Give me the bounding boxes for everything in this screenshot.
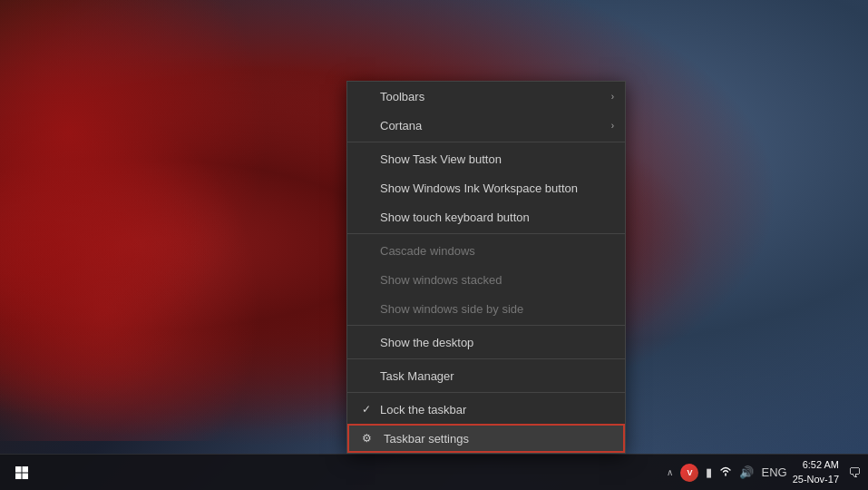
menu-item-task-manager[interactable]: Task Manager [347, 361, 625, 390]
language-indicator[interactable]: ENG [761, 466, 786, 479]
clock-time: 6:52 AM [803, 458, 839, 472]
svg-rect-1 [23, 466, 29, 473]
gear-icon: ⚙ [362, 432, 376, 445]
menu-item-label: Show windows stacked [380, 273, 610, 287]
taskbar-right: ∧ V ▮ 🔊 ENG 6:52 AM 25-Nov-17 🗨 [667, 458, 868, 486]
menu-item-lock-taskbar[interactable]: ✓Lock the taskbar [347, 395, 625, 424]
menu-item-touch-keyboard[interactable]: Show touch keyboard button [347, 202, 625, 231]
volume-icon[interactable]: 🔊 [739, 466, 754, 479]
vivaldi-icon[interactable]: V [680, 464, 698, 482]
menu-item-label: Cortana [380, 119, 610, 132]
menu-item-label: Lock the taskbar [380, 403, 610, 416]
menu-item-label: Show the desktop [380, 336, 610, 349]
menu-item-stacked: Show windows stacked [347, 265, 625, 294]
submenu-arrow-icon: › [611, 121, 614, 131]
action-center-icon[interactable]: 🗨 [848, 466, 861, 480]
svg-rect-0 [15, 466, 22, 473]
menu-item-cascade: Cascade windows [347, 236, 625, 265]
menu-item-label: Task Manager [380, 369, 610, 383]
menu-item-label: Show windows side by side [380, 302, 610, 316]
menu-item-taskbar-settings[interactable]: ⚙Taskbar settings [347, 424, 625, 453]
menu-item-toolbars[interactable]: Toolbars› [347, 82, 625, 111]
context-menu: Toolbars›Cortana›Show Task View buttonSh… [346, 81, 626, 454]
check-icon: ✓ [362, 403, 376, 416]
menu-item-side-by-side: Show windows side by side [347, 294, 625, 323]
wifi-icon [719, 466, 732, 479]
menu-item-cortana[interactable]: Cortana› [347, 111, 625, 140]
menu-item-label: Taskbar settings [384, 432, 610, 446]
menu-item-label: Toolbars [380, 90, 610, 103]
system-tray: ∧ V ▮ 🔊 ENG [667, 464, 786, 482]
submenu-arrow-icon: › [611, 92, 614, 102]
battery-icon: ▮ [706, 466, 712, 479]
taskbar: ∧ V ▮ 🔊 ENG 6:52 AM 25-Nov-17 🗨 [0, 454, 868, 490]
leaf-decoration [0, 0, 347, 441]
menu-separator [347, 392, 625, 393]
clock-date: 25-Nov-17 [793, 473, 839, 486]
menu-separator [347, 142, 625, 142]
menu-item-label: Show Task View button [380, 152, 610, 166]
tray-chevron[interactable]: ∧ [667, 467, 673, 477]
menu-item-label: Cascade windows [380, 244, 610, 258]
menu-separator [347, 233, 625, 234]
menu-item-label: Show Windows Ink Workspace button [380, 181, 610, 195]
menu-item-label: Show touch keyboard button [380, 211, 610, 224]
start-button[interactable] [4, 455, 40, 491]
menu-separator [347, 325, 625, 326]
menu-separator [347, 358, 625, 359]
menu-item-show-desktop[interactable]: Show the desktop [347, 328, 625, 357]
svg-rect-3 [23, 473, 29, 479]
taskbar-left [0, 455, 40, 491]
system-clock[interactable]: 6:52 AM 25-Nov-17 [793, 458, 839, 486]
svg-rect-2 [15, 473, 22, 479]
menu-item-task-view[interactable]: Show Task View button [347, 144, 625, 173]
menu-item-ink-workspace[interactable]: Show Windows Ink Workspace button [347, 173, 625, 202]
